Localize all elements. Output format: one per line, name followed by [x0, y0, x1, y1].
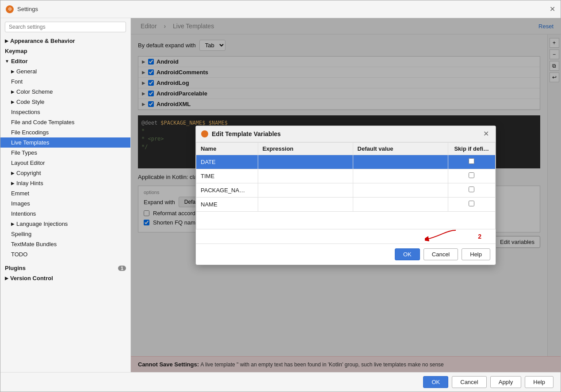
sidebar-item-version-control[interactable]: ▶ Version Control — [0, 273, 130, 283]
modal-ok-button[interactable]: OK — [395, 248, 420, 260]
table-row-empty — [196, 211, 496, 229]
sidebar-item-file-types[interactable]: File Types — [0, 148, 130, 158]
col-header-default: Default value — [353, 142, 448, 155]
var-default-name[interactable] — [353, 197, 448, 211]
content-right: Editor › Live Templates Reset By default… — [131, 18, 561, 372]
sidebar-item-spelling[interactable]: Spelling — [0, 229, 130, 239]
arrow-icon: ▶ — [11, 99, 15, 104]
modal-title-bar: Edit Template Variables ✕ — [196, 126, 496, 142]
sidebar-item-inspections[interactable]: Inspections — [0, 107, 130, 117]
var-expr-packagename[interactable] — [258, 183, 353, 197]
arrow-icon: ▶ — [11, 89, 15, 94]
apply-button[interactable]: Apply — [490, 376, 522, 388]
sidebar-item-keymap[interactable]: Keymap — [0, 46, 130, 56]
sidebar-item-editor[interactable]: ▼ Editor — [0, 56, 130, 66]
arrow-icon: ▶ — [11, 69, 15, 74]
var-skip-time — [448, 169, 496, 183]
table-row[interactable]: TIME — [196, 169, 496, 183]
title-bar: ⚙ Settings ✕ — [0, 0, 561, 18]
sidebar: ▶ Appearance & Behavior Keymap ▼ Editor … — [0, 18, 131, 372]
sidebar-item-file-encodings[interactable]: File Encodings — [0, 127, 130, 137]
main-area: ▶ Appearance & Behavior Keymap ▼ Editor … — [0, 18, 561, 372]
annotation-number-2: 2 — [478, 233, 481, 240]
var-skip-packagename — [448, 183, 496, 197]
app-icon: ⚙ — [6, 5, 14, 13]
sidebar-item-general[interactable]: ▶ General — [0, 66, 130, 76]
sidebar-item-code-style[interactable]: ▶ Code Style — [0, 97, 130, 107]
settings-window: ⚙ Settings ✕ ▶ Appearance & Behavior Key… — [0, 0, 561, 392]
var-default-packagename[interactable] — [353, 183, 448, 197]
var-default-date[interactable] — [353, 155, 448, 169]
modal-footer: OK Cancel Help — [196, 244, 496, 265]
sidebar-item-appearance[interactable]: ▶ Appearance & Behavior — [0, 36, 130, 46]
var-skip-checkbox[interactable] — [469, 186, 474, 192]
modal-close-icon[interactable]: ✕ — [481, 129, 490, 138]
close-icon[interactable]: ✕ — [550, 5, 555, 13]
sidebar-item-font[interactable]: Font — [0, 76, 130, 87]
modal-overlay: Edit Template Variables ✕ Name Expressio… — [131, 18, 561, 372]
search-input[interactable] — [5, 22, 126, 32]
var-name-time: TIME — [196, 169, 258, 183]
sidebar-item-color-scheme[interactable]: ▶ Color Scheme — [0, 87, 130, 97]
arrow-icon: ▼ — [5, 59, 9, 64]
modal-cancel-button[interactable]: Cancel — [424, 248, 458, 260]
var-default-input[interactable] — [358, 159, 443, 165]
ok-button[interactable]: OK — [423, 376, 448, 388]
modal-app-icon — [201, 130, 208, 137]
edit-template-variables-modal: Edit Template Variables ✕ Name Expressio… — [195, 126, 496, 265]
sidebar-item-textmate-bundles[interactable]: TextMate Bundles — [0, 239, 130, 249]
sidebar-item-plugins[interactable]: Plugins 1 — [0, 263, 130, 273]
sidebar-item-language-injections[interactable]: ▶ Language Injections — [0, 219, 130, 229]
var-name-date: DATE — [196, 155, 258, 169]
table-row[interactable]: NAME — [196, 197, 496, 211]
arrow-2-svg — [425, 228, 460, 241]
window-title: Settings — [17, 6, 550, 12]
modal-arrow-area: 2 — [196, 229, 496, 244]
arrow-icon: ▶ — [5, 276, 8, 281]
var-skip-checkbox[interactable] — [469, 158, 474, 164]
sidebar-search-container — [0, 18, 130, 36]
sidebar-item-intentions[interactable]: Intentions — [0, 209, 130, 219]
bottom-bar: OK Cancel Apply Help — [0, 372, 561, 392]
var-expr-name[interactable] — [258, 197, 353, 211]
var-expr-input[interactable] — [263, 159, 348, 165]
col-header-name: Name — [196, 142, 258, 155]
var-default-time[interactable] — [353, 169, 448, 183]
sidebar-item-file-code-templates[interactable]: File and Code Templates — [0, 117, 130, 127]
table-row[interactable]: DATE — [196, 155, 496, 169]
arrow-icon: ▶ — [11, 181, 15, 186]
sidebar-item-inlay-hints[interactable]: ▶ Inlay Hints — [0, 178, 130, 188]
cancel-button[interactable]: Cancel — [452, 376, 486, 388]
help-button[interactable]: Help — [525, 376, 553, 388]
modal-help-button[interactable]: Help — [462, 248, 490, 260]
col-header-expression: Expression — [258, 142, 353, 155]
modal-title: Edit Template Variables — [212, 130, 481, 137]
arrow-icon: ▶ — [11, 171, 15, 175]
sidebar-item-emmet[interactable]: Emmet — [0, 188, 130, 198]
var-skip-date — [448, 155, 496, 169]
variables-table: Name Expression Default value Skip if de… — [196, 142, 496, 229]
arrow-icon: ▶ — [5, 38, 8, 43]
var-skip-checkbox[interactable] — [469, 172, 474, 178]
col-header-skip: Skip if defi… — [448, 142, 496, 155]
var-name-packagename: PACKAGE_NA… — [196, 183, 258, 197]
sidebar-item-todo[interactable]: TODO — [0, 249, 130, 259]
modal-body: Name Expression Default value Skip if de… — [196, 142, 496, 244]
sidebar-item-images[interactable]: Images — [0, 198, 130, 209]
sidebar-item-layout-editor[interactable]: Layout Editor — [0, 158, 130, 168]
arrow-icon: ▶ — [11, 221, 15, 226]
table-row[interactable]: PACKAGE_NA… — [196, 183, 496, 197]
plugins-count: 1 — [118, 266, 126, 271]
var-expr-time[interactable] — [258, 169, 353, 183]
sidebar-item-live-templates[interactable]: Live Templates — [0, 137, 130, 148]
sidebar-item-copyright[interactable]: ▶ Copyright — [0, 168, 130, 178]
var-name-name: NAME — [196, 197, 258, 211]
var-skip-name — [448, 197, 496, 211]
var-expr-date[interactable] — [258, 155, 353, 169]
var-skip-checkbox[interactable] — [469, 201, 474, 206]
